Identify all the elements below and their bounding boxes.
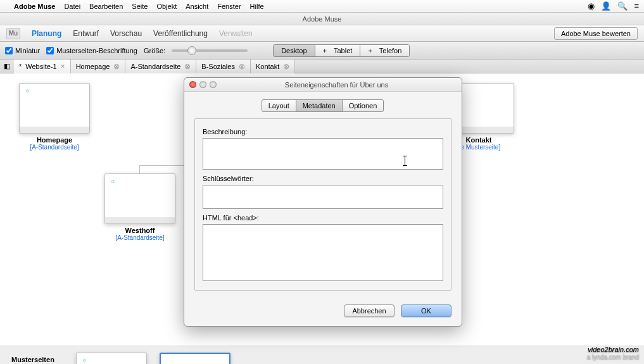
zoom-icon [210, 81, 217, 88]
cancel-button[interactable]: Abbrechen [344, 304, 395, 317]
page-properties-dialog: Seiteneigenschaften für Über uns Layout … [184, 77, 462, 327]
head-label: HTML für <head>: [203, 214, 443, 222]
keywords-input[interactable] [203, 185, 443, 209]
masterbeschriftung-checkbox[interactable]: Musterseiten-Beschriftung [46, 47, 137, 54]
dialog-tab-optionen[interactable]: Optionen [342, 99, 384, 112]
dialog-title: Seiteneigenschaften für Über uns [217, 81, 457, 89]
beschreibung-label: Beschreibung: [203, 128, 443, 135]
nav-vorschau[interactable]: Vorschau [110, 29, 142, 38]
evaluate-button[interactable]: Adobe Muse bewerten [554, 27, 638, 40]
close-icon[interactable]: ⊗ [283, 63, 289, 70]
tab-homepage[interactable]: Homepage⊗ [71, 60, 126, 73]
menu-datei[interactable]: Datei [64, 3, 80, 10]
window-title: Adobe Muse [0, 13, 644, 25]
master-section-label: Musterseiten [11, 356, 54, 363]
page-homepage[interactable]: ☼ Homepage [A-Standardseite] [19, 83, 90, 151]
master-b-soziales[interactable]: B-Soziales [Keine Musterseite] [160, 353, 230, 364]
master-a-standardseite[interactable]: ☼ A-Standardseite [B-Soziales] [76, 353, 147, 364]
page-master-label: [A-Standardseite] [19, 144, 90, 151]
device-group: Desktop + Tablet + Telefon [273, 44, 410, 57]
list-icon[interactable]: ≡ [634, 1, 639, 11]
nav-entwurf[interactable]: Entwurf [73, 29, 99, 38]
nav-verwalten: Verwalten [219, 29, 253, 38]
menu-fenster[interactable]: Fenster [217, 3, 241, 10]
page-label: Homepage [19, 136, 90, 144]
menu-objekt[interactable]: Objekt [156, 3, 177, 10]
mac-menubar: Adobe Muse Datei Bearbeiten Seite Objekt… [0, 0, 644, 13]
menu-ansicht[interactable]: Ansicht [186, 3, 208, 10]
page-label: Westhoff [104, 227, 175, 234]
beschreibung-input[interactable] [203, 138, 443, 170]
menu-seite[interactable]: Seite [132, 3, 148, 10]
app-name[interactable]: Adobe Muse [14, 3, 55, 10]
tab-b-soziales[interactable]: B-Soziales⊗ [196, 60, 251, 73]
close-icon[interactable]: ⊗ [239, 63, 245, 70]
device-tablet[interactable]: + Tablet [315, 45, 361, 56]
muse-logo: Mu [6, 28, 20, 39]
head-input[interactable] [203, 224, 443, 281]
size-label: Größe: [144, 47, 165, 54]
menu-bearbeiten[interactable]: Bearbeiten [89, 3, 123, 10]
menu-hilfe[interactable]: Hilfe [250, 3, 264, 10]
cc-icon[interactable]: ◉ [588, 1, 595, 11]
size-slider[interactable] [172, 49, 248, 52]
keywords-label: Schlüsselwörter: [203, 175, 443, 182]
nav-planung[interactable]: Planung [32, 29, 61, 38]
close-icon[interactable] [189, 81, 196, 88]
close-icon[interactable]: × [61, 63, 65, 70]
text-cursor [405, 156, 405, 166]
user-icon[interactable]: 👤 [601, 1, 611, 11]
dialog-tab-layout[interactable]: Layout [262, 99, 296, 112]
tab-a-standardseite[interactable]: A-Standardseite⊗ [125, 60, 196, 73]
page-westhoff[interactable]: ☼ Westhoff [A-Standardseite] [104, 173, 175, 241]
close-icon[interactable]: ⊗ [184, 63, 191, 70]
device-telefon[interactable]: + Telefon [360, 45, 409, 56]
app-nav: Mu Planung Entwurf Vorschau Veröffentlic… [0, 25, 644, 42]
dialog-titlebar[interactable]: Seiteneigenschaften für Über uns [184, 78, 462, 92]
dialog-tabs: Layout Metadaten Optionen [194, 99, 451, 112]
close-icon[interactable]: ⊗ [113, 63, 120, 70]
nav-veroeffentlichung[interactable]: Veröffentlichung [153, 29, 208, 38]
watermark: video2brain.com a lynda.com brand [587, 346, 639, 360]
minimize-icon [199, 81, 206, 88]
ok-button[interactable]: OK [401, 304, 451, 317]
controls-bar: Miniatur Musterseiten-Beschriftung Größe… [0, 42, 644, 60]
tab-kontakt[interactable]: Kontakt⊗ [251, 60, 295, 73]
miniatur-checkbox[interactable]: Miniatur [5, 47, 40, 54]
master-pages-section: Musterseiten ☼ A-Standardseite [B-Sozial… [0, 346, 644, 364]
device-desktop[interactable]: Desktop [274, 45, 315, 56]
tab-website[interactable]: *Website-1× [14, 60, 71, 73]
search-icon[interactable]: 🔍 [617, 1, 628, 11]
dialog-tab-metadaten[interactable]: Metadaten [296, 99, 343, 112]
page-master-label: [A-Standardseite] [104, 234, 175, 241]
sitemap-icon[interactable]: ◧ [0, 62, 14, 70]
document-tabs: ◧ *Website-1× Homepage⊗ A-Standardseite⊗… [0, 60, 644, 73]
